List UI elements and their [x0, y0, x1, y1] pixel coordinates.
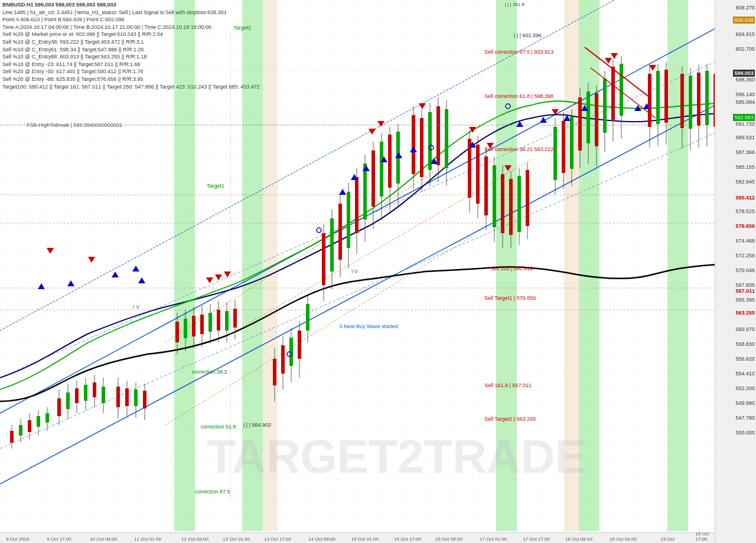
price-label: 578.525 [735, 208, 755, 214]
svg-rect-12 [263, 0, 278, 531]
svg-rect-135 [595, 93, 598, 146]
svg-rect-129 [570, 117, 573, 169]
correction618-label: correction 61.8 [201, 424, 236, 430]
time-label: 8 Oct 2024 [6, 537, 29, 542]
svg-rect-49 [134, 390, 138, 406]
time-label: 15 Oct 01:00 [351, 537, 379, 542]
time-label: 14 Oct 09:00 [308, 537, 335, 542]
svg-rect-39 [84, 385, 87, 401]
price-label: 558.830 [735, 341, 755, 347]
svg-rect-91 [372, 151, 375, 207]
svg-rect-103 [428, 112, 432, 170]
svg-rect-67 [233, 309, 237, 328]
time-label: 15 Oct 17:00 [394, 537, 421, 542]
price-label: 567.605 [735, 282, 755, 288]
svg-rect-51 [143, 391, 146, 408]
price-label: 609.270 [735, 5, 755, 11]
svg-rect-61 [208, 313, 212, 332]
svg-rect-43 [102, 387, 105, 403]
sell100-label: Sell 100 | 580.412 [490, 266, 533, 272]
iv1-label: I V [133, 304, 139, 310]
svg-rect-133 [586, 91, 590, 143]
svg-rect-8 [242, 0, 263, 531]
price-label: 602.705 [735, 46, 755, 52]
time-label: 19 Oct 01:00 [610, 537, 637, 542]
svg-rect-123 [526, 170, 529, 226]
svg-rect-119 [509, 179, 513, 235]
time-label: 19 Oct [660, 537, 674, 542]
sell-target1-label: Sell Target1 | 576.656 [484, 295, 536, 301]
svg-rect-145 [656, 71, 660, 124]
price-label: 580.412 [735, 195, 755, 201]
svg-rect-41 [93, 382, 96, 397]
price-label: 574.468 [735, 238, 755, 244]
svg-rect-31 [45, 413, 49, 423]
price-label: 556.620 [735, 356, 755, 362]
price-label: 567.011 [735, 288, 755, 294]
price-label: 595.094 [735, 99, 755, 105]
new-buy-wave-label: 0 New Buy Wave started [340, 323, 398, 329]
svg-rect-37 [75, 388, 79, 403]
svg-rect-87 [355, 177, 359, 233]
svg-rect-127 [562, 121, 565, 173]
svg-rect-125 [553, 127, 557, 180]
svg-rect-57 [192, 316, 195, 336]
price-label: 560.975 [735, 326, 755, 332]
price-label: 582.945 [735, 179, 755, 185]
svg-rect-23 [10, 431, 14, 443]
h111-label: | | | 602.096 [514, 32, 542, 38]
svg-rect-83 [338, 204, 342, 260]
time-label: 18 Oct 09:00 [565, 537, 592, 542]
price-label: 598.350 [735, 77, 755, 83]
svg-rect-105 [436, 106, 440, 165]
svg-rect-69 [273, 359, 276, 385]
time-label: 10 Oct 09:00 [90, 537, 117, 542]
svg-rect-27 [28, 420, 31, 432]
svg-rect-149 [680, 74, 684, 128]
time-label: 13 Oct 17:00 [264, 537, 291, 542]
target1-label: Target1 [207, 183, 224, 189]
svg-rect-71 [281, 345, 285, 374]
price-label: 570.046 [735, 267, 755, 273]
time-label: 12 Oct 09:00 [181, 537, 208, 542]
svg-rect-113 [484, 156, 488, 215]
sell-correction3-label: Sell correction 38.21 593.222 [484, 146, 553, 152]
price-label: 604.915 [735, 31, 755, 37]
svg-rect-47 [125, 388, 129, 406]
svg-rect-10 [579, 0, 599, 531]
svg-rect-137 [603, 78, 607, 133]
svg-rect-35 [66, 392, 70, 409]
price-label: 587.366 [735, 149, 755, 155]
svg-rect-155 [705, 71, 709, 125]
sell-correction1-label: Sell correction 87.5 | 603.913 [484, 49, 553, 55]
price-label: 592.883 [733, 114, 755, 121]
price-label: 576.656 [735, 223, 755, 229]
svg-rect-7 [174, 0, 195, 531]
price-label: 591.720 [735, 121, 755, 127]
svg-rect-89 [363, 163, 367, 220]
svg-rect-153 [697, 73, 700, 126]
target2-label: Target2 [233, 25, 251, 31]
svg-rect-0 [0, 0, 735, 531]
svg-rect-151 [689, 76, 692, 129]
sell-target2-label: Sell Target2 | 563.255 [484, 416, 536, 422]
svg-rect-55 [184, 319, 187, 338]
svg-rect-139 [611, 67, 615, 120]
price-label: 547.780 [735, 415, 755, 421]
svg-rect-131 [578, 97, 582, 151]
fsb-label: FSB-HighToBreak | 595.0940000000001 [27, 122, 122, 128]
sell-correction2-label: Sell correction 61.8 | 598.398 [484, 93, 553, 99]
chart-container: BNBUSD.H1 599,003 599,003 599,003 599,00… [0, 0, 756, 543]
price-label: 606.648 [733, 17, 755, 24]
svg-rect-11 [667, 0, 688, 531]
h112-label: | | | 564.902 [243, 422, 271, 428]
price-label: 589.531 [735, 135, 755, 140]
svg-rect-101 [420, 118, 423, 177]
svg-rect-95 [388, 135, 392, 188]
svg-rect-99 [412, 115, 415, 174]
time-label: 16 Oct 09:00 [435, 537, 462, 542]
svg-rect-93 [380, 142, 383, 197]
price-label: 563.255 [735, 310, 755, 316]
svg-rect-147 [664, 70, 668, 123]
svg-rect-75 [298, 331, 301, 359]
